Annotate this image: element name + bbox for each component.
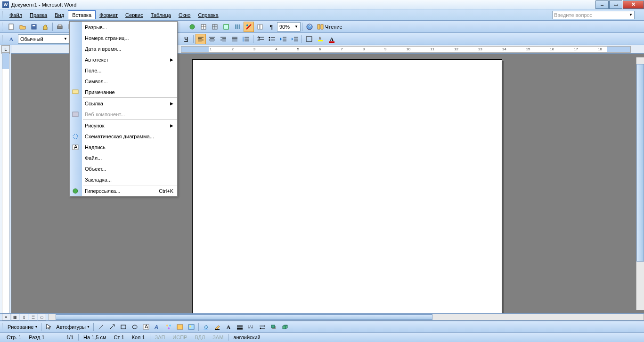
grip-handle-icon[interactable] — [2, 11, 4, 19]
menu-format[interactable]: Формат — [96, 11, 122, 19]
columns-button[interactable] — [232, 22, 243, 32]
numbered-list-button[interactable]: 12 — [255, 34, 266, 44]
menu-insert[interactable]: Вставка — [68, 10, 96, 19]
doc-map-button[interactable] — [255, 22, 265, 32]
select-objects-button[interactable] — [43, 322, 54, 332]
status-language[interactable]: английский — [230, 334, 263, 340]
borders-button[interactable] — [304, 34, 314, 44]
help-button[interactable]: ? — [304, 22, 315, 32]
dropdown-icon[interactable]: ▼ — [629, 13, 633, 17]
restore-button[interactable]: ▭ — [609, 0, 622, 9]
save-button[interactable] — [29, 22, 39, 32]
menu-help[interactable]: Справка — [194, 11, 222, 19]
menu-window[interactable]: Окно — [175, 11, 195, 19]
arrow-tool-button[interactable] — [107, 322, 117, 332]
rectangle-tool-button[interactable] — [118, 322, 129, 332]
menu-edit[interactable]: Правка — [26, 11, 51, 19]
insert-picture-button[interactable] — [186, 322, 196, 332]
underline-button[interactable]: Ч — [181, 34, 191, 44]
bullet-list-button[interactable] — [267, 34, 277, 44]
status-rec[interactable]: ЗАП — [152, 334, 168, 340]
grip-handle-icon[interactable] — [2, 35, 4, 43]
tables-borders-button[interactable] — [198, 22, 209, 32]
menu-item-break[interactable]: Разрыв... — [70, 22, 177, 32]
drawing-toggle-button[interactable] — [244, 22, 254, 32]
menu-item-file[interactable]: Файл... — [70, 152, 177, 163]
line-style-button[interactable] — [235, 322, 245, 332]
menu-item-diagram[interactable]: Схематическая диаграмма... — [70, 131, 177, 142]
menu-view[interactable]: Вид — [51, 11, 68, 19]
close-button[interactable]: ✕ — [623, 0, 644, 9]
textbox-tool-button[interactable]: A — [141, 322, 151, 332]
status-ovr[interactable]: ЗАМ — [210, 334, 226, 340]
oval-tool-button[interactable] — [130, 322, 140, 332]
line-color-button[interactable] — [212, 322, 222, 332]
menu-item-comment[interactable]: Примечание — [70, 87, 177, 97]
align-left-button[interactable] — [196, 34, 206, 44]
menu-item-reference[interactable]: Ссылка▶ — [70, 98, 177, 109]
document-page[interactable] — [192, 59, 502, 313]
new-doc-button[interactable] — [6, 22, 16, 32]
fill-color-button[interactable] — [201, 322, 211, 332]
line-spacing-button[interactable] — [241, 34, 251, 44]
permission-button[interactable] — [40, 22, 50, 32]
insert-table-button[interactable] — [210, 22, 220, 32]
decrease-indent-button[interactable] — [278, 34, 288, 44]
print-button[interactable] — [55, 22, 65, 32]
outline-view-tab[interactable]: ☰ — [29, 314, 37, 320]
menu-table[interactable]: Таблица — [147, 11, 175, 19]
font-color-draw-button[interactable]: A — [223, 322, 234, 332]
style-select[interactable]: Обычный▼ — [18, 34, 70, 44]
menu-item-symbol[interactable]: Символ... — [70, 76, 177, 87]
web-layout-tab[interactable]: ▦ — [11, 314, 19, 320]
insert-diagram-button[interactable] — [163, 322, 174, 332]
insert-excel-button[interactable] — [221, 22, 231, 32]
help-search-input[interactable]: Введите вопрос ▼ — [552, 11, 635, 19]
shadow-style-button[interactable] — [269, 322, 279, 332]
menu-item-picture[interactable]: Рисунок▶ — [70, 120, 177, 131]
print-layout-tab[interactable]: ▯ — [20, 314, 28, 320]
hyperlink-button[interactable] — [187, 22, 197, 32]
menu-item-textbox[interactable]: A Надпись — [70, 142, 177, 152]
styles-pane-button[interactable]: A — [6, 34, 16, 44]
align-right-button[interactable] — [218, 34, 228, 44]
menu-item-hyperlink[interactable]: Гиперссылка...Ctrl+K — [70, 185, 177, 196]
status-track[interactable]: ИСПР — [170, 334, 190, 340]
align-justify-button[interactable] — [229, 34, 240, 44]
menu-item-date-time[interactable]: Дата и время... — [70, 43, 177, 54]
menu-item-web-component[interactable]: Веб-компонент... — [70, 109, 177, 119]
increase-indent-button[interactable] — [289, 34, 300, 44]
highlight-button[interactable] — [315, 34, 326, 44]
line-tool-button[interactable] — [96, 322, 106, 332]
show-formatting-button[interactable]: ¶ — [266, 22, 277, 32]
submenu-arrow-icon: ▶ — [170, 57, 173, 62]
menu-item-autotext[interactable]: Автотекст▶ — [70, 54, 177, 65]
align-center-button[interactable] — [207, 34, 217, 44]
open-button[interactable] — [17, 22, 28, 32]
status-ext[interactable]: ВДЛ — [192, 334, 208, 340]
vertical-scrollbar[interactable] — [636, 57, 644, 310]
grip-handle-icon[interactable] — [2, 23, 4, 31]
3d-style-button[interactable] — [280, 322, 290, 332]
menu-item-bookmark[interactable]: Закладка... — [70, 174, 177, 185]
vertical-ruler[interactable]: L — [0, 45, 11, 313]
normal-view-tab[interactable]: ≡ — [2, 314, 10, 320]
autoshapes-menu[interactable]: Автофигуры▼ — [54, 324, 92, 330]
minimize-button[interactable]: – — [595, 0, 609, 9]
menu-item-object[interactable]: Объект... — [70, 163, 177, 174]
menu-file[interactable]: Файл — [6, 11, 26, 19]
dash-style-button[interactable] — [246, 322, 256, 332]
grip-handle-icon[interactable] — [2, 323, 4, 331]
wordart-button[interactable]: A — [152, 322, 163, 332]
menu-item-page-numbers[interactable]: Номера страниц... — [70, 32, 177, 43]
drawing-menu[interactable]: Рисование▼ — [6, 324, 40, 330]
menu-tools[interactable]: Сервис — [122, 11, 147, 19]
arrow-style-button[interactable] — [257, 322, 268, 332]
insert-clipart-button[interactable] — [175, 322, 185, 332]
reading-layout-button[interactable]: Чтение — [315, 22, 344, 32]
menu-item-field[interactable]: Поле... — [70, 65, 177, 76]
horizontal-scrollbar[interactable] — [49, 314, 644, 320]
reading-view-tab[interactable]: ▭ — [38, 314, 46, 320]
zoom-select[interactable]: 90%▼ — [277, 22, 301, 32]
font-color-button[interactable]: A — [326, 34, 337, 44]
